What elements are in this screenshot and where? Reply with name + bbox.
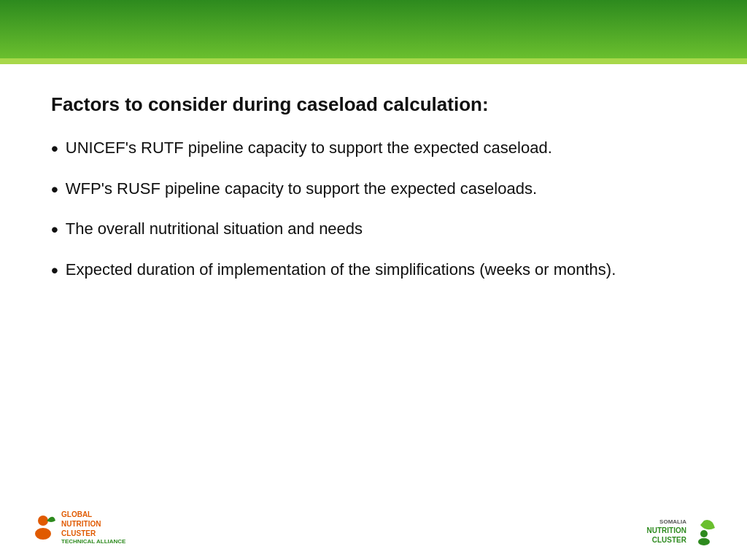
gnc-logo-text: GLOBALNUTRITIONCLUSTER Technical Allianc… bbox=[61, 510, 125, 545]
bullet-dot-icon: • bbox=[51, 215, 58, 245]
snc-icon bbox=[690, 518, 718, 545]
bullet-text: UNICEF's RUTF pipeline capacity to suppo… bbox=[66, 136, 552, 160]
footer: GLOBALNUTRITIONCLUSTER Technical Allianc… bbox=[0, 510, 747, 545]
gnc-icon bbox=[29, 513, 57, 541]
slide: Factors to consider during caseload calc… bbox=[0, 0, 747, 560]
bullet-item-3: •The overall nutritional situation and n… bbox=[51, 217, 696, 245]
main-content: Factors to consider during caseload calc… bbox=[0, 64, 747, 320]
bullet-text: The overall nutritional situation and ne… bbox=[66, 217, 363, 241]
bullet-item-4: •Expected duration of implementation of … bbox=[51, 258, 696, 286]
accent-line bbox=[0, 58, 747, 64]
bullet-text: WFP's RUSF pipeline capacity to support … bbox=[66, 177, 537, 201]
logo-global-nutrition-cluster: GLOBALNUTRITIONCLUSTER Technical Allianc… bbox=[29, 510, 125, 545]
top-bar bbox=[0, 0, 747, 58]
bullet-dot-icon: • bbox=[51, 175, 58, 205]
slide-heading: Factors to consider during caseload calc… bbox=[51, 93, 696, 116]
bullet-dot-icon: • bbox=[51, 134, 58, 164]
bullet-list: •UNICEF's RUTF pipeline capacity to supp… bbox=[51, 136, 696, 285]
svg-point-1 bbox=[35, 528, 51, 540]
logo-somalia-nutrition-cluster: Somalia NUTRITIONCLUSTER bbox=[647, 518, 718, 545]
bullet-dot-icon: • bbox=[51, 256, 58, 286]
svg-point-3 bbox=[698, 538, 710, 545]
bullet-text: Expected duration of implementation of t… bbox=[66, 258, 616, 281]
svg-point-2 bbox=[700, 530, 708, 537]
svg-point-0 bbox=[38, 516, 48, 526]
bullet-item-2: •WFP's RUSF pipeline capacity to support… bbox=[51, 177, 696, 205]
snc-logo-text: Somalia NUTRITIONCLUSTER bbox=[647, 518, 686, 545]
bullet-item-1: •UNICEF's RUTF pipeline capacity to supp… bbox=[51, 136, 696, 164]
